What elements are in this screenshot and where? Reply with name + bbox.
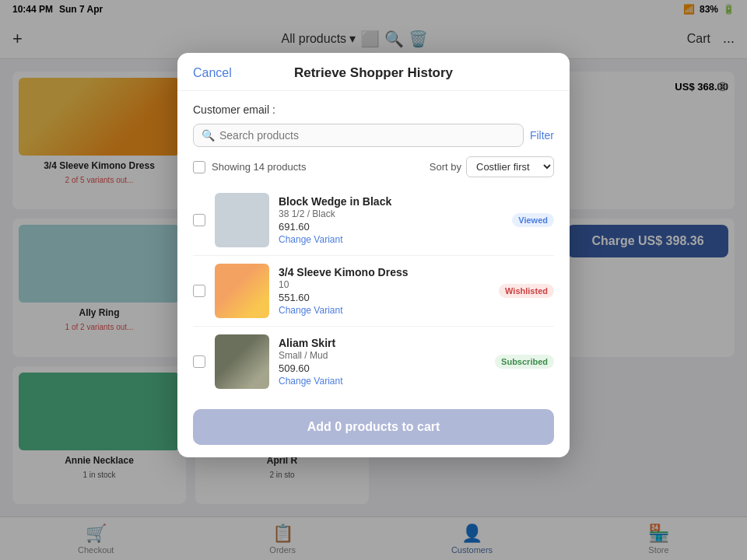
product-thumbnail [215,193,269,247]
sort-select[interactable]: Costlier first Cheaper first Newest firs… [466,156,554,177]
product-thumbnail [215,264,269,318]
product-thumbnail [215,334,269,389]
change-variant-link[interactable]: Change Variant [279,376,486,387]
change-variant-link[interactable]: Change Variant [279,305,489,316]
product-info: 3/4 Sleeve Kimono Dress 10 551.60 Change… [279,266,489,316]
select-all-checkbox[interactable] [193,161,205,173]
product-price: 551.60 [279,292,489,303]
product-variant: Small / Mud [279,350,486,361]
search-input[interactable] [219,129,515,142]
modal-header: Cancel Retrieve Shopper History [177,53,570,91]
product-variant: 38 1/2 / Black [279,208,503,219]
cancel-button[interactable]: Cancel [193,66,232,80]
product-list: Block Wedge in Black 38 1/2 / Black 691.… [193,185,554,397]
row-checkbox[interactable] [193,355,205,368]
retrieve-shopper-history-modal: Cancel Retrieve Shopper History Customer… [177,53,570,457]
product-variant: 10 [279,279,489,290]
select-all-row: Showing 14 products [193,161,306,173]
status-badge: Subscribed [495,355,554,369]
status-badge: Viewed [512,213,554,227]
search-bar: 🔍 Filter [193,124,554,147]
sort-wrap: Sort by Costlier first Cheaper first New… [430,156,554,177]
product-row: 3/4 Sleeve Kimono Dress 10 551.60 Change… [193,256,554,327]
search-icon: 🔍 [202,129,215,142]
row-checkbox[interactable] [193,285,205,297]
sort-by-label: Sort by [430,161,461,173]
status-badge: Wishlisted [499,284,554,298]
add-to-cart-button[interactable]: Add 0 products to cart [193,409,554,445]
product-info: Aliam Skirt Small / Mud 509.60 Change Va… [279,337,486,387]
product-name: Block Wedge in Black [279,195,503,208]
filter-button[interactable]: Filter [530,129,554,142]
row-checkbox-col [193,285,205,297]
product-info: Block Wedge in Black 38 1/2 / Black 691.… [279,195,503,245]
product-row: Block Wedge in Black 38 1/2 / Black 691.… [193,185,554,256]
row-checkbox-col [193,355,205,368]
row-checkbox[interactable] [193,214,205,226]
modal-footer: Add 0 products to cart [177,397,570,445]
row-checkbox-col [193,214,205,226]
customer-email-label: Customer email : [193,103,554,116]
showing-text: Showing 14 products [212,161,306,173]
product-name: 3/4 Sleeve Kimono Dress [279,266,489,278]
modal-title: Retrieve Shopper History [294,65,453,81]
product-price: 509.60 [279,362,486,374]
list-controls: Showing 14 products Sort by Costlier fir… [193,156,554,177]
change-variant-link[interactable]: Change Variant [279,234,503,245]
product-price: 691.60 [279,221,503,233]
modal-body: Customer email : 🔍 Filter Showing 14 pro… [177,91,570,397]
product-name: Aliam Skirt [279,337,486,349]
product-row: Aliam Skirt Small / Mud 509.60 Change Va… [193,327,554,397]
search-input-wrap: 🔍 [193,124,524,147]
